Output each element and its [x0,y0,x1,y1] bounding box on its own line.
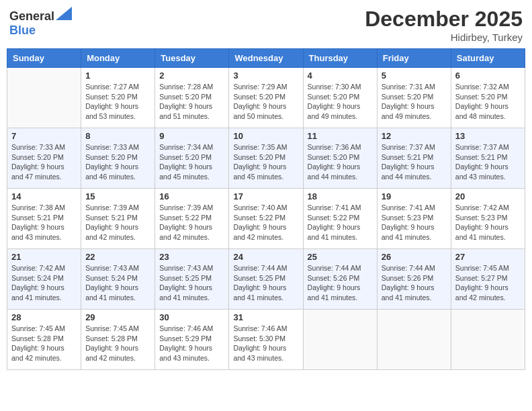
day-number: 7 [11,131,77,141]
calendar-day-cell: 25Sunrise: 7:44 AMSunset: 5:26 PMDayligh… [303,249,377,310]
day-info: Sunrise: 7:40 AMSunset: 5:22 PMDaylight:… [233,203,298,242]
day-info: Sunrise: 7:46 AMSunset: 5:29 PMDaylight:… [159,324,224,363]
calendar-day-cell [451,310,525,370]
calendar-day-cell [7,68,81,128]
day-info: Sunrise: 7:37 AMSunset: 5:21 PMDaylight:… [382,142,447,182]
calendar-day-header: Friday [377,49,451,68]
calendar-day-cell: 8Sunrise: 7:33 AMSunset: 5:20 PMDaylight… [81,128,155,189]
page-header: General Blue December 2025 Hidirbey, Tur… [7,7,525,43]
calendar-day-cell: 26Sunrise: 7:44 AMSunset: 5:26 PMDayligh… [377,249,451,310]
calendar-day-cell [303,310,377,370]
calendar-day-cell: 2Sunrise: 7:28 AMSunset: 5:20 PMDaylight… [155,68,229,128]
calendar-day-cell: 24Sunrise: 7:44 AMSunset: 5:25 PMDayligh… [229,249,303,310]
day-info: Sunrise: 7:39 AMSunset: 5:22 PMDaylight:… [159,203,224,242]
day-info: Sunrise: 7:46 AMSunset: 5:30 PMDaylight:… [233,324,298,363]
day-number: 16 [159,191,224,201]
calendar-day-cell: 21Sunrise: 7:42 AMSunset: 5:24 PMDayligh… [7,249,81,310]
day-info: Sunrise: 7:38 AMSunset: 5:21 PMDaylight:… [11,203,77,242]
calendar-day-cell: 3Sunrise: 7:29 AMSunset: 5:20 PMDaylight… [229,68,303,128]
day-info: Sunrise: 7:33 AMSunset: 5:20 PMDaylight:… [85,142,150,182]
day-info: Sunrise: 7:27 AMSunset: 5:20 PMDaylight:… [85,82,150,122]
calendar-day-cell: 17Sunrise: 7:40 AMSunset: 5:22 PMDayligh… [229,189,303,249]
day-number: 25 [308,252,373,262]
calendar-body: 1Sunrise: 7:27 AMSunset: 5:20 PMDaylight… [7,68,525,370]
calendar-day-cell: 4Sunrise: 7:30 AMSunset: 5:20 PMDaylight… [303,68,377,128]
day-number: 21 [11,252,77,262]
logo-text: General Blue [9,7,72,38]
day-info: Sunrise: 7:41 AMSunset: 5:23 PMDaylight:… [382,203,447,242]
calendar-week-row: 14Sunrise: 7:38 AMSunset: 5:21 PMDayligh… [7,189,525,249]
day-info: Sunrise: 7:44 AMSunset: 5:26 PMDaylight:… [308,263,373,303]
day-number: 9 [159,131,224,141]
calendar-day-cell: 7Sunrise: 7:33 AMSunset: 5:20 PMDaylight… [7,128,81,189]
logo-blue: Blue [9,24,36,37]
location-title: Hidirbey, Turkey [365,32,523,43]
day-info: Sunrise: 7:37 AMSunset: 5:21 PMDaylight:… [455,142,521,182]
day-info: Sunrise: 7:45 AMSunset: 5:27 PMDaylight:… [455,263,521,303]
calendar-day-cell: 13Sunrise: 7:37 AMSunset: 5:21 PMDayligh… [451,128,525,189]
month-title: December 2025 [365,7,523,32]
calendar-day-cell: 11Sunrise: 7:36 AMSunset: 5:20 PMDayligh… [303,128,377,189]
calendar-table: SundayMondayTuesdayWednesdayThursdayFrid… [7,48,525,370]
day-info: Sunrise: 7:35 AMSunset: 5:20 PMDaylight:… [233,142,298,182]
calendar-day-cell: 9Sunrise: 7:34 AMSunset: 5:20 PMDaylight… [155,128,229,189]
day-number: 17 [233,191,298,201]
calendar-day-cell: 14Sunrise: 7:38 AMSunset: 5:21 PMDayligh… [7,189,81,249]
day-info: Sunrise: 7:28 AMSunset: 5:20 PMDaylight:… [159,82,224,122]
calendar-day-cell: 6Sunrise: 7:32 AMSunset: 5:20 PMDaylight… [451,68,525,128]
calendar-day-cell: 22Sunrise: 7:43 AMSunset: 5:24 PMDayligh… [81,249,155,310]
calendar-day-cell: 15Sunrise: 7:39 AMSunset: 5:21 PMDayligh… [81,189,155,249]
svg-marker-0 [56,7,72,20]
calendar-week-row: 1Sunrise: 7:27 AMSunset: 5:20 PMDaylight… [7,68,525,128]
day-number: 6 [455,71,521,81]
logo-icon [56,7,72,20]
day-info: Sunrise: 7:43 AMSunset: 5:24 PMDaylight:… [85,263,150,303]
day-number: 10 [233,131,298,141]
calendar-day-cell: 27Sunrise: 7:45 AMSunset: 5:27 PMDayligh… [451,249,525,310]
day-number: 22 [85,252,150,262]
day-info: Sunrise: 7:44 AMSunset: 5:26 PMDaylight:… [382,263,447,303]
calendar-week-row: 28Sunrise: 7:45 AMSunset: 5:28 PMDayligh… [7,310,525,370]
day-number: 11 [308,131,373,141]
calendar-day-header: Wednesday [229,49,303,68]
day-number: 31 [233,312,298,322]
day-number: 13 [455,131,521,141]
day-number: 8 [85,131,150,141]
calendar-day-cell: 23Sunrise: 7:43 AMSunset: 5:25 PMDayligh… [155,249,229,310]
day-number: 12 [382,131,447,141]
day-number: 27 [455,252,521,262]
day-info: Sunrise: 7:45 AMSunset: 5:28 PMDaylight:… [11,324,77,363]
day-info: Sunrise: 7:45 AMSunset: 5:28 PMDaylight:… [85,324,150,363]
day-number: 19 [382,191,447,201]
day-info: Sunrise: 7:31 AMSunset: 5:20 PMDaylight:… [382,82,447,122]
calendar-day-header: Monday [81,49,155,68]
day-number: 1 [85,71,150,81]
day-number: 14 [11,191,77,201]
day-number: 30 [159,312,224,322]
day-info: Sunrise: 7:44 AMSunset: 5:25 PMDaylight:… [233,263,298,303]
day-number: 5 [382,71,447,81]
calendar-day-cell: 18Sunrise: 7:41 AMSunset: 5:22 PMDayligh… [303,189,377,249]
calendar-day-cell: 12Sunrise: 7:37 AMSunset: 5:21 PMDayligh… [377,128,451,189]
day-info: Sunrise: 7:29 AMSunset: 5:20 PMDaylight:… [233,82,298,122]
day-number: 28 [11,312,77,322]
calendar-day-cell: 30Sunrise: 7:46 AMSunset: 5:29 PMDayligh… [155,310,229,370]
day-number: 23 [159,252,224,262]
calendar-day-cell: 31Sunrise: 7:46 AMSunset: 5:30 PMDayligh… [229,310,303,370]
title-block: December 2025 Hidirbey, Turkey [365,7,523,43]
calendar-day-header: Thursday [303,49,377,68]
calendar-day-cell: 20Sunrise: 7:42 AMSunset: 5:23 PMDayligh… [451,189,525,249]
calendar-day-header: Tuesday [155,49,229,68]
day-number: 26 [382,252,447,262]
calendar-header-row: SundayMondayTuesdayWednesdayThursdayFrid… [7,49,525,68]
calendar-day-cell: 1Sunrise: 7:27 AMSunset: 5:20 PMDaylight… [81,68,155,128]
calendar-day-cell: 29Sunrise: 7:45 AMSunset: 5:28 PMDayligh… [81,310,155,370]
logo-general: General [9,9,54,23]
day-number: 3 [233,71,298,81]
calendar-day-cell [377,310,451,370]
calendar-day-cell: 19Sunrise: 7:41 AMSunset: 5:23 PMDayligh… [377,189,451,249]
day-number: 2 [159,71,224,81]
day-info: Sunrise: 7:30 AMSunset: 5:20 PMDaylight:… [308,82,373,122]
day-info: Sunrise: 7:34 AMSunset: 5:20 PMDaylight:… [159,142,224,182]
day-number: 18 [308,191,373,201]
